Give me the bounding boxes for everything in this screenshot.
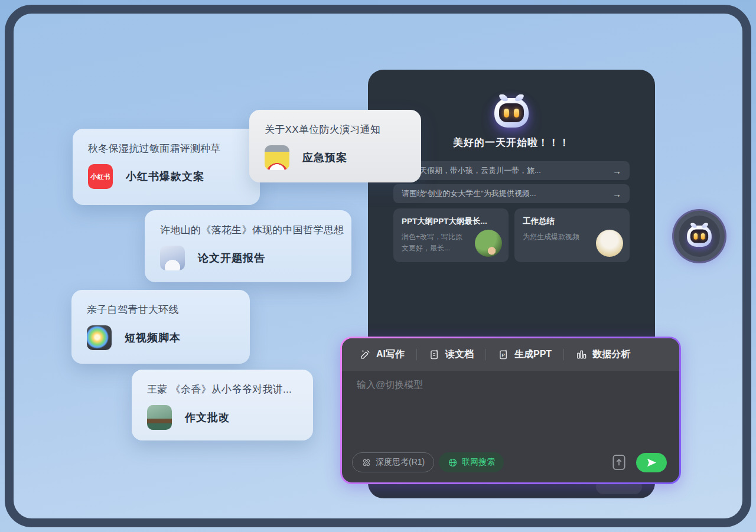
suggestion-chip-video[interactable]: 请围绕“创业的女大学生”为我提供视频... →: [393, 184, 630, 203]
svg-text:P: P: [501, 353, 504, 358]
paper-plane-icon: [646, 457, 657, 468]
doc-sparkle-icon: [429, 349, 440, 360]
upload-file-icon: [611, 453, 627, 471]
quick-card-row: PPT大纲PPT大纲最长... 润色+改写，写比原文更好，最长... 工作总结 …: [393, 208, 630, 262]
book-glasses-photo-icon: [147, 405, 172, 430]
tab-ai-writing[interactable]: AI写作: [348, 338, 416, 371]
prompt-card-short-video-script[interactable]: 亲子自驾青甘大环线 短视频脚本: [71, 290, 250, 364]
open-book-photo-icon: [160, 246, 185, 270]
quick-card-work-summary[interactable]: 工作总结 为您生成爆款视频: [514, 208, 630, 262]
quick-card-title: 工作总结: [523, 216, 623, 227]
robot-eye: [514, 109, 519, 118]
robot-ear-left: [499, 93, 509, 103]
assistant-launcher-badge[interactable]: [672, 209, 726, 263]
robot-ear-left: [690, 222, 697, 229]
deep-think-label: 深度思考(R1): [376, 457, 425, 468]
quick-card-desc: 为您生成爆款视频: [523, 231, 589, 243]
pen-sparkle-icon: [360, 349, 371, 360]
tab-data-analysis[interactable]: 数据分析: [564, 338, 642, 371]
robot-eye: [694, 233, 698, 240]
prompt-card-label: 短视频脚本: [125, 331, 181, 345]
atom-icon: [361, 458, 372, 468]
prompt-card-title: 亲子自驾青甘大环线: [87, 303, 234, 316]
prompt-card-title: 王蒙 《余香》从小爷爷对我讲...: [147, 383, 298, 396]
tab-read-doc[interactable]: 读文档: [417, 338, 485, 371]
tab-generate-ppt[interactable]: P 生成PPT: [486, 338, 563, 371]
retro-tv-photo-icon: [87, 325, 112, 350]
composer-controls: 深度思考(R1) 联网搜索: [352, 452, 667, 472]
composer-box: AI写作 读文档 P 生成PPT: [340, 337, 681, 484]
badge-inner-circle: [679, 216, 720, 257]
fire-drill-photo-icon: [265, 145, 289, 170]
send-button[interactable]: [636, 453, 667, 472]
prompt-card-emergency-plan[interactable]: 关于XX单位防火演习通知 应急预案: [249, 110, 421, 182]
tab-label: AI写作: [376, 348, 405, 361]
web-search-label: 联网搜索: [462, 457, 495, 468]
arrow-right-icon: →: [612, 189, 621, 199]
app-frame: 美好的一天开始啦！！！ 天假期，带小孩，云贵川一带，旅... → 请围绕“创业的…: [5, 5, 751, 527]
deep-think-toggle[interactable]: 深度思考(R1): [352, 452, 434, 472]
prompt-card-thesis-proposal[interactable]: 许地山的《落花生》体现的中国哲学思想 论文开题报告: [145, 210, 351, 282]
globe-icon: [448, 458, 458, 468]
quick-card-title: PPT大纲PPT大纲最长...: [402, 216, 501, 227]
prompt-card-essay-correction[interactable]: 王蒙 《余香》从小爷爷对我讲... 作文批改: [132, 370, 313, 440]
prompt-card-title: 秋冬保湿抗过敏面霜评测种草: [88, 142, 245, 155]
robot-ear-right: [702, 222, 708, 229]
robot-eye: [504, 109, 509, 118]
suggestion-list: 天假期，带小孩，云贵川一带，旅... → 请围绕“创业的女大学生”为我提供视频.…: [393, 161, 630, 203]
quick-card-desc: 润色+改写，写比原文更好，最长...: [402, 231, 468, 253]
plant-person-avatar: [475, 230, 502, 257]
bar-chart-icon: [576, 349, 587, 360]
quick-card-ppt-outline[interactable]: PPT大纲PPT大纲最长... 润色+改写，写比原文更好，最长...: [393, 208, 509, 262]
prompt-card-title: 许地山的《落花生》体现的中国哲学思想: [160, 223, 336, 237]
prompt-card-label: 论文开题报告: [198, 251, 265, 265]
tab-label: 数据分析: [592, 348, 630, 361]
robot-face: [690, 229, 708, 243]
robot-eye: [701, 233, 705, 240]
suggestion-text: 天假期，带小孩，云贵川一带，旅...: [419, 165, 607, 176]
prompt-card-xiaohongshu[interactable]: 秋冬保湿抗过敏面霜评测种草 小红书 小红书爆款文案: [73, 129, 260, 205]
upload-file-button[interactable]: [610, 452, 628, 472]
xiaohongshu-logo-icon: 小红书: [88, 164, 113, 189]
input-placeholder: 输入@切换模型: [357, 379, 423, 391]
web-search-toggle[interactable]: 联网搜索: [439, 452, 504, 472]
suggestion-text: 请围绕“创业的女大学生”为我提供视频...: [402, 188, 607, 199]
prompt-card-title: 关于XX单位防火演习通知: [265, 123, 406, 136]
robot-mascot-icon: [494, 98, 529, 128]
arrow-right-icon: →: [612, 166, 621, 176]
baby-avatar: [596, 230, 623, 257]
prompt-card-label: 作文批改: [185, 410, 230, 425]
composer-tabbar: AI写作 读文档 P 生成PPT: [342, 338, 679, 371]
doc-ppt-icon: P: [498, 349, 509, 360]
robot-face: [499, 103, 524, 122]
suggestion-chip-travel[interactable]: 天假期，带小孩，云贵川一带，旅... →: [393, 161, 630, 180]
robot-mascot-icon: [687, 226, 712, 247]
prompt-card-label: 应急预案: [302, 151, 347, 165]
tab-label: 生成PPT: [514, 348, 552, 361]
prompt-card-label: 小红书爆款文案: [126, 169, 204, 184]
tab-label: 读文档: [445, 348, 474, 361]
message-input[interactable]: 输入@切换模型 深度思考(R1) 联网搜索: [342, 371, 679, 482]
robot-ear-right: [515, 93, 524, 103]
